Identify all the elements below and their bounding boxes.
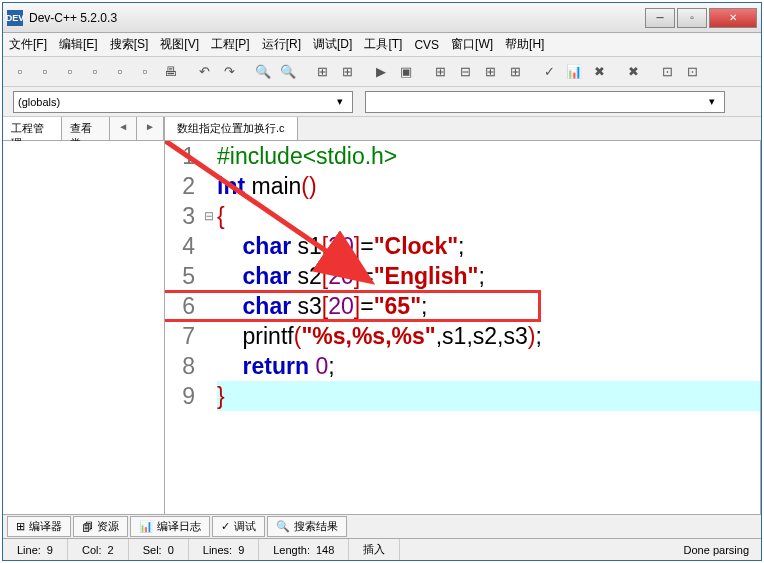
bottom-tab-0[interactable]: ⊞编译器 xyxy=(7,516,71,537)
tab-nav-next[interactable]: ► xyxy=(137,117,164,140)
editor-area: 数组指定位置加换行.c 123456789 ⊟ #include<stdio.h… xyxy=(165,117,761,514)
toolbar-button-8[interactable]: ↶ xyxy=(193,61,215,83)
toolbar-button-14[interactable]: ⊞ xyxy=(311,61,333,83)
tab-label: 资源 xyxy=(97,519,119,534)
bottom-tabs: ⊞编译器🗐资源📊编译日志✓调试🔍搜索结果 xyxy=(3,514,761,538)
titlebar[interactable]: DEV Dev-C++ 5.2.0.3 ─ ▫ ✕ xyxy=(3,3,761,33)
menu-item-8[interactable]: CVS xyxy=(414,38,439,52)
bottom-tab-3[interactable]: ✓调试 xyxy=(212,516,265,537)
toolbar-button-29[interactable]: ✖ xyxy=(622,61,644,83)
bottom-tab-2[interactable]: 📊编译日志 xyxy=(130,516,210,537)
tab-project[interactable]: 工程管理 xyxy=(3,117,62,140)
tab-icon: ✓ xyxy=(221,520,230,533)
status-parse: Done parsing xyxy=(400,539,761,560)
toolbar-button-1[interactable]: ▫ xyxy=(34,61,56,83)
menu-item-3[interactable]: 视图[V] xyxy=(160,36,199,53)
tab-icon: ⊞ xyxy=(16,520,25,533)
combo-bar: (globals) ▾ ▾ xyxy=(3,87,761,117)
tab-icon: 🔍 xyxy=(276,520,290,533)
line-gutter: 123456789 xyxy=(165,141,201,514)
code-body[interactable]: #include<stdio.h>int main(){ char s1[20]… xyxy=(217,141,760,514)
menu-item-1[interactable]: 编辑[E] xyxy=(59,36,98,53)
toolbar-button-22[interactable]: ⊞ xyxy=(479,61,501,83)
status-col: Col:2 xyxy=(68,539,129,560)
tab-label: 编译器 xyxy=(29,519,62,534)
minimize-button[interactable]: ─ xyxy=(645,8,675,28)
menubar: 文件[F]编辑[E]搜索[S]视图[V]工程[P]运行[R]调试[D]工具[T]… xyxy=(3,33,761,57)
toolbar-button-12[interactable]: 🔍 xyxy=(277,61,299,83)
app-window: DEV Dev-C++ 5.2.0.3 ─ ▫ ✕ 文件[F]编辑[E]搜索[S… xyxy=(2,2,762,561)
scope-combo[interactable]: (globals) ▾ xyxy=(13,91,353,113)
tab-label: 编译日志 xyxy=(157,519,201,534)
toolbar-button-9[interactable]: ↷ xyxy=(218,61,240,83)
left-tabs: 工程管理 查看类 ◄ ► xyxy=(3,117,164,141)
file-tabs: 数组指定位置加换行.c xyxy=(165,117,761,141)
statusbar: Line:9 Col:2 Sel:0 Lines:9 Length:148 插入… xyxy=(3,538,761,560)
tab-classes[interactable]: 查看类 xyxy=(62,117,110,140)
chevron-down-icon: ▾ xyxy=(332,95,348,108)
toolbar-button-32[interactable]: ⊡ xyxy=(681,61,703,83)
toolbar-button-21[interactable]: ⊟ xyxy=(454,61,476,83)
toolbar-button-27[interactable]: ✖ xyxy=(588,61,610,83)
menu-item-9[interactable]: 窗口[W] xyxy=(451,36,493,53)
menu-item-2[interactable]: 搜索[S] xyxy=(110,36,149,53)
toolbar-button-5[interactable]: ▫ xyxy=(134,61,156,83)
toolbar-button-11[interactable]: 🔍 xyxy=(252,61,274,83)
status-mode: 插入 xyxy=(349,539,400,560)
toolbar-button-20[interactable]: ⊞ xyxy=(429,61,451,83)
bottom-tab-1[interactable]: 🗐资源 xyxy=(73,516,128,537)
left-panel: 工程管理 查看类 ◄ ► xyxy=(3,117,165,514)
status-line: Line:9 xyxy=(3,539,68,560)
menu-item-10[interactable]: 帮助[H] xyxy=(505,36,544,53)
code-editor[interactable]: 123456789 ⊟ #include<stdio.h>int main(){… xyxy=(165,141,761,514)
toolbar-button-18[interactable]: ▣ xyxy=(395,61,417,83)
window-title: Dev-C++ 5.2.0.3 xyxy=(29,11,645,25)
tab-icon: 📊 xyxy=(139,520,153,533)
menu-item-5[interactable]: 运行[R] xyxy=(262,36,301,53)
status-length: Length:148 xyxy=(259,539,349,560)
fold-gutter[interactable]: ⊟ xyxy=(201,141,217,514)
toolbar: ▫▫▫▫▫▫🖶↶↷🔍🔍⊞⊞▶▣⊞⊟⊞⊞✓📊✖✖⊡⊡ xyxy=(3,57,761,87)
status-lines: Lines:9 xyxy=(189,539,259,560)
menu-item-6[interactable]: 调试[D] xyxy=(313,36,352,53)
status-sel: Sel:0 xyxy=(129,539,189,560)
chevron-down-icon: ▾ xyxy=(704,95,720,108)
toolbar-button-6[interactable]: 🖶 xyxy=(159,61,181,83)
toolbar-button-31[interactable]: ⊡ xyxy=(656,61,678,83)
toolbar-button-15[interactable]: ⊞ xyxy=(336,61,358,83)
toolbar-button-2[interactable]: ▫ xyxy=(59,61,81,83)
symbol-combo[interactable]: ▾ xyxy=(365,91,725,113)
close-button[interactable]: ✕ xyxy=(709,8,757,28)
scope-value: (globals) xyxy=(18,96,60,108)
app-icon: DEV xyxy=(7,10,23,26)
maximize-button[interactable]: ▫ xyxy=(677,8,707,28)
tab-label: 调试 xyxy=(234,519,256,534)
project-tree[interactable] xyxy=(3,141,164,514)
menu-item-4[interactable]: 工程[P] xyxy=(211,36,250,53)
file-tab[interactable]: 数组指定位置加换行.c xyxy=(165,117,298,140)
menu-item-0[interactable]: 文件[F] xyxy=(9,36,47,53)
tab-icon: 🗐 xyxy=(82,521,93,533)
toolbar-button-26[interactable]: 📊 xyxy=(563,61,585,83)
body-area: 工程管理 查看类 ◄ ► 数组指定位置加换行.c 123456789 ⊟ #in… xyxy=(3,117,761,514)
menu-item-7[interactable]: 工具[T] xyxy=(364,36,402,53)
toolbar-button-4[interactable]: ▫ xyxy=(109,61,131,83)
toolbar-button-17[interactable]: ▶ xyxy=(370,61,392,83)
tab-nav-prev[interactable]: ◄ xyxy=(110,117,137,140)
toolbar-button-3[interactable]: ▫ xyxy=(84,61,106,83)
bottom-tab-4[interactable]: 🔍搜索结果 xyxy=(267,516,347,537)
toolbar-button-0[interactable]: ▫ xyxy=(9,61,31,83)
toolbar-button-23[interactable]: ⊞ xyxy=(504,61,526,83)
toolbar-button-25[interactable]: ✓ xyxy=(538,61,560,83)
tab-label: 搜索结果 xyxy=(294,519,338,534)
window-controls: ─ ▫ ✕ xyxy=(645,8,757,28)
